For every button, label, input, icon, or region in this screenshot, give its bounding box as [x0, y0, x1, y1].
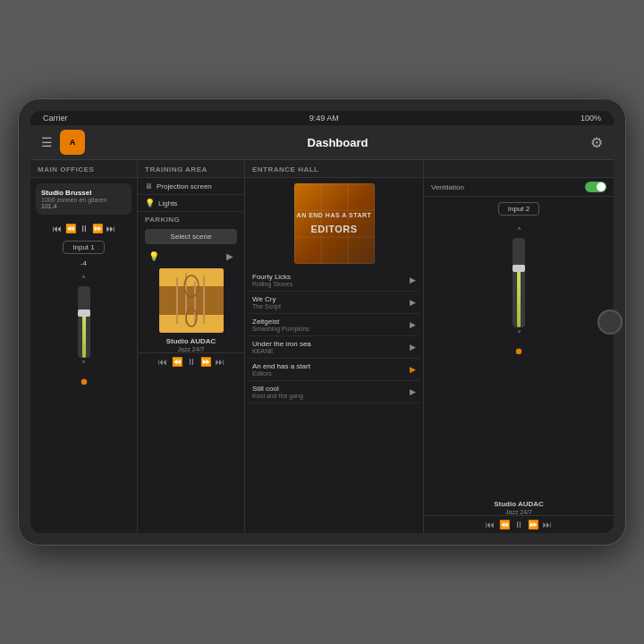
prev-prev-btn[interactable]: ⏮: [53, 224, 62, 233]
entrance-hall-column: ENTRANCE HALL AN END HAS A START EDITORS: [245, 160, 424, 533]
track-play-btn[interactable]: ▶: [410, 343, 416, 352]
track-row-active[interactable]: An end has a start Editors ▶: [249, 359, 419, 381]
ventilation-row: Ventilation: [424, 178, 614, 197]
lights-row: 💡 Lights: [138, 195, 244, 212]
park-play[interactable]: ⏸: [187, 357, 196, 367]
play-pause-btn[interactable]: ⏸: [80, 224, 89, 233]
track-title: Still cool: [252, 385, 410, 393]
in2-play[interactable]: ⏸: [514, 520, 523, 530]
next-next-btn[interactable]: ⏭: [106, 224, 115, 233]
ventilation-label: Ventilation: [431, 183, 464, 191]
svg-rect-1: [159, 286, 224, 315]
lights-label: Lights: [158, 199, 177, 208]
ventilation-toggle[interactable]: [585, 182, 606, 192]
fader-down-btn[interactable]: ˅: [80, 358, 88, 371]
toggle-knob: [597, 182, 606, 191]
track-artist: The Script: [252, 303, 410, 309]
home-button[interactable]: [597, 309, 623, 335]
track-row[interactable]: Fourty Licks Rolling Stones ▶: [249, 269, 419, 292]
select-scene-btn[interactable]: Select scene: [145, 229, 237, 244]
battery-label: 100%: [580, 114, 601, 123]
track-row[interactable]: Still cool Kool and the gang ▶: [249, 381, 419, 403]
status-bar: Carrier 9:49 AM 100%: [30, 111, 614, 125]
track-list: Fourty Licks Rolling Stones ▶ We Cry The…: [245, 269, 423, 403]
input2-record-btn[interactable]: ⏺: [424, 344, 614, 358]
record-btn[interactable]: ⏺: [30, 375, 137, 388]
in2-next[interactable]: ⏩: [528, 520, 538, 530]
input2-fader-track[interactable]: [513, 238, 525, 327]
track-row[interactable]: Zeitgeist Smashing Pumpkins ▶: [249, 314, 419, 336]
input2-fader-container: ˄ ˅: [424, 221, 614, 344]
track-play-btn-active[interactable]: ▶: [410, 365, 416, 374]
time-display: 9:49 AM: [309, 114, 339, 123]
status-right: 100%: [580, 114, 601, 123]
input2-studio-name: Studio AUDAC: [424, 499, 614, 509]
track-info: We Cry The Script: [252, 295, 410, 309]
projection-label: Projection screen: [157, 182, 212, 191]
track-row[interactable]: We Cry The Script ▶: [249, 292, 419, 314]
fader-up-btn[interactable]: ˄: [80, 273, 88, 286]
app-logo: A: [60, 130, 85, 155]
park-next-next[interactable]: ⏭: [216, 357, 225, 367]
in2-next-next[interactable]: ⏭: [543, 520, 552, 530]
parking-album-art: [159, 268, 224, 333]
input1-label: Input 1: [63, 241, 104, 254]
menu-icon[interactable]: ☰: [41, 135, 53, 149]
in2-prev-prev[interactable]: ⏮: [486, 520, 495, 530]
track-artist: Editors: [252, 370, 410, 377]
track-info: Under the iron sea KEANE: [252, 340, 410, 354]
studio-freq: 101.4: [41, 203, 126, 209]
track-artist: Smashing Pumpkins: [252, 326, 410, 332]
track-info: Zeitgeist Smashing Pumpkins: [252, 318, 410, 332]
input2-label: Input 2: [498, 202, 539, 216]
carrier-label: Carrier: [43, 114, 68, 123]
volume-display: -4: [30, 259, 137, 267]
track-title: An end has a start: [252, 362, 410, 370]
fader-container: ˄ ˅: [30, 269, 137, 375]
fader-track[interactable]: [78, 286, 90, 358]
prev-btn[interactable]: ⏪: [65, 224, 76, 233]
fader-handle[interactable]: [78, 309, 90, 317]
fader-fill: [82, 313, 86, 358]
input2-fader-handle[interactable]: [513, 265, 525, 272]
scene-icon-left[interactable]: 💡: [148, 251, 159, 261]
studio-sub: 1000 zonnen en gitaren: [41, 197, 126, 203]
park-prev[interactable]: ⏪: [172, 357, 182, 367]
track-artist: Kool and the gang: [252, 393, 410, 399]
in2-prev[interactable]: ⏪: [499, 520, 510, 530]
track-title: We Cry: [252, 295, 410, 303]
track-play-btn[interactable]: ▶: [410, 275, 416, 284]
ipad-screen: Carrier 9:49 AM 100% ☰ A Dashboard ⚙ MAI…: [30, 111, 614, 533]
input2-fader-up[interactable]: ˄: [515, 225, 523, 238]
input2-header: [424, 160, 614, 178]
main-content: MAIN OFFICES Studio Brussel 1000 zonnen …: [30, 160, 614, 533]
track-artist: KEANE: [252, 348, 410, 354]
input2-fader-fill: [517, 269, 521, 327]
settings-icon[interactable]: ⚙: [590, 134, 603, 151]
projection-screen-row: 🖥 Projection screen: [138, 178, 244, 195]
main-offices-header: MAIN OFFICES: [30, 160, 137, 178]
nav-bar: ☰ A Dashboard ⚙: [30, 125, 614, 160]
park-next[interactable]: ⏩: [200, 357, 211, 367]
track-row[interactable]: Under the iron sea KEANE ▶: [249, 336, 419, 359]
monitor-icon: 🖥: [145, 182, 153, 191]
logo-text: A: [70, 138, 76, 147]
input2-column: Ventilation Input 2 ˄ ˅ ⏺ Studio: [424, 160, 614, 533]
next-btn[interactable]: ⏩: [92, 224, 103, 233]
svg-rect-8: [294, 183, 375, 264]
status-left: Carrier: [43, 114, 68, 123]
track-artist: Rolling Stones: [252, 281, 410, 287]
parking-studio-sub: Jazz 24/7: [138, 346, 244, 352]
training-area-header: TRAINING AREA: [138, 160, 244, 178]
scene-icon-right[interactable]: ▶: [226, 251, 233, 261]
main-offices-column: MAIN OFFICES Studio Brussel 1000 zonnen …: [30, 160, 138, 533]
ipad-frame: Carrier 9:49 AM 100% ☰ A Dashboard ⚙ MAI…: [18, 98, 626, 546]
park-prev-prev[interactable]: ⏮: [158, 357, 167, 367]
parking-studio-name: Studio AUDAC: [138, 336, 244, 346]
track-play-btn[interactable]: ▶: [410, 387, 416, 396]
editors-album-art: AN END HAS A START EDITORS: [294, 183, 375, 264]
input2-fader-down[interactable]: ˅: [515, 327, 523, 341]
track-play-btn[interactable]: ▶: [410, 298, 416, 307]
track-play-btn[interactable]: ▶: [410, 320, 416, 329]
parking-label: PARKING: [138, 212, 244, 225]
